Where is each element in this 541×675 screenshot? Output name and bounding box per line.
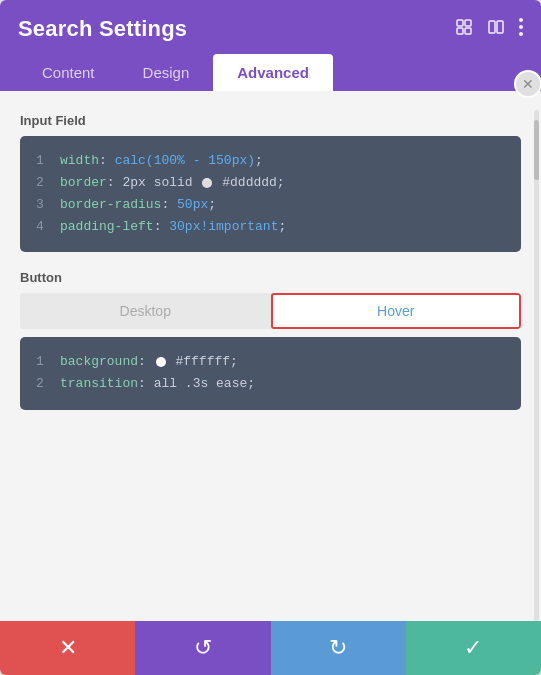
tab-advanced[interactable]: Advanced: [213, 54, 333, 91]
header-icons: [455, 18, 523, 41]
code-prop-background: background: [60, 354, 138, 369]
svg-rect-0: [457, 20, 463, 26]
code-prop-width: width: [60, 153, 99, 168]
code-prop-padding-left: padding-left: [60, 219, 154, 234]
code-prop-transition: transition: [60, 376, 138, 391]
tab-bar: Content Design Advanced: [18, 54, 523, 91]
code-prop-border: border: [60, 175, 107, 190]
reset-button[interactable]: ↺: [135, 621, 270, 675]
code-val-border-radius: 50px: [177, 197, 208, 212]
color-dot-dddddd: [202, 178, 212, 188]
modal-title: Search Settings: [18, 16, 187, 42]
input-field-code-block: 1 width: calc(100% - 150px); 2 border: 2…: [20, 136, 521, 252]
code-val-width: calc(100% - 150px): [115, 153, 255, 168]
code-line-3: 3 border-radius: 50px;: [36, 194, 505, 216]
color-dot-ffffff: [156, 357, 166, 367]
code-val-padding-left: 30px!important: [169, 219, 278, 234]
button-line-num-2: 2: [36, 373, 50, 395]
input-field-label: Input Field: [20, 113, 521, 128]
button-line-num-1: 1: [36, 351, 50, 373]
svg-point-6: [519, 18, 523, 22]
sub-tab-hover[interactable]: Hover: [271, 293, 522, 329]
input-field-section: Input Field 1 width: calc(100% - 150px);…: [20, 113, 521, 252]
line-num-3: 3: [36, 194, 50, 216]
modal-container: Search Settings: [0, 0, 541, 675]
svg-rect-1: [465, 20, 471, 26]
svg-rect-5: [497, 21, 503, 33]
button-label: Button: [20, 270, 521, 285]
save-button[interactable]: ✓: [406, 621, 541, 675]
button-code-block: 1 background: #ffffff; 2 transition: all…: [20, 337, 521, 409]
code-line-4: 4 padding-left: 30px!important;: [36, 216, 505, 238]
button-section: Button Desktop Hover 1 background: #ffff…: [20, 270, 521, 409]
code-val-transition: all .3s ease: [154, 376, 248, 391]
scrollbar-thumb[interactable]: [534, 120, 539, 180]
code-line-2: 2 border: 2px solid #dddddd;: [36, 172, 505, 194]
button-code-line-1: 1 background: #ffffff;: [36, 351, 505, 373]
svg-point-7: [519, 25, 523, 29]
modal-header: Search Settings: [0, 0, 541, 91]
line-num-4: 4: [36, 216, 50, 238]
redo-button[interactable]: ↻: [271, 621, 406, 675]
scrollbar-track[interactable]: [534, 110, 539, 621]
button-code-line-2: 2 transition: all .3s ease;: [36, 373, 505, 395]
header-top: Search Settings: [18, 16, 523, 42]
content-area: Input Field 1 width: calc(100% - 150px);…: [0, 91, 541, 621]
code-val-border-color: #dddddd: [214, 175, 276, 190]
svg-rect-4: [489, 21, 495, 33]
more-icon[interactable]: [519, 18, 523, 41]
modal-footer: ✕ ↺ ↻ ✓: [0, 621, 541, 675]
sub-tab-desktop[interactable]: Desktop: [20, 293, 271, 329]
columns-icon[interactable]: [487, 18, 505, 41]
cancel-button[interactable]: ✕: [0, 621, 135, 675]
svg-rect-2: [457, 28, 463, 34]
svg-point-8: [519, 32, 523, 36]
tab-content[interactable]: Content: [18, 54, 119, 91]
line-num-1: 1: [36, 150, 50, 172]
close-button[interactable]: ✕: [514, 70, 541, 98]
button-sub-tabs: Desktop Hover: [20, 293, 521, 329]
line-num-2: 2: [36, 172, 50, 194]
code-val-background: #ffffff: [168, 354, 230, 369]
code-line-1: 1 width: calc(100% - 150px);: [36, 150, 505, 172]
svg-rect-3: [465, 28, 471, 34]
expand-icon[interactable]: [455, 18, 473, 41]
code-prop-border-radius: border-radius: [60, 197, 161, 212]
tab-design[interactable]: Design: [119, 54, 214, 91]
code-val-border-size: 2px solid: [122, 175, 200, 190]
